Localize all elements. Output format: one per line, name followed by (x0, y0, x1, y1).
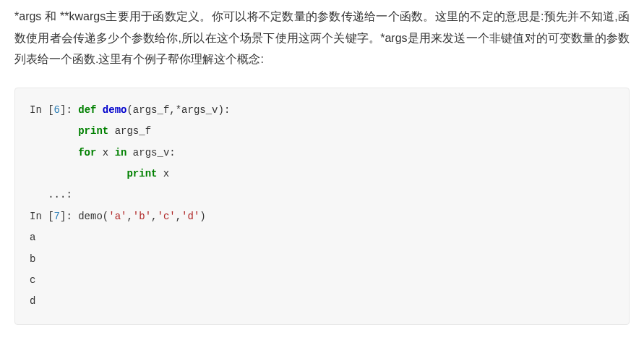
code-line-3: for x in args_v: (30, 143, 614, 164)
keyword-in: in (115, 147, 127, 158)
prompt-in: In [ (30, 104, 54, 116)
keyword-print: print (78, 125, 108, 137)
paren-close: ) (199, 211, 205, 222)
indent (30, 168, 126, 179)
code-line-5: ...: (30, 185, 614, 206)
for-var: x (96, 147, 114, 158)
prompt-close: ]: demo( (60, 211, 108, 222)
prompt-close: ]: (60, 104, 78, 116)
output-line: b (30, 249, 614, 270)
signature: (args_f,*args_v): (126, 104, 230, 116)
description-paragraph: *args 和 **kwargs主要用于函数定义。你可以将不定数量的参数传递给一… (14, 6, 630, 70)
output-line: c (30, 270, 614, 291)
keyword-def: def (78, 104, 96, 116)
string-literal: 'b' (133, 211, 151, 222)
string-literal: 'a' (108, 211, 126, 222)
code-line-2: print args_f (30, 121, 614, 142)
prompt-number: 7 (54, 211, 60, 222)
function-name: demo (103, 104, 127, 116)
string-literal: 'c' (157, 211, 175, 222)
output-line: a (30, 227, 614, 248)
indent (30, 147, 78, 158)
comma: , (126, 211, 132, 222)
for-iter: args_v: (126, 147, 175, 158)
space (96, 104, 102, 116)
print-arg: args_f (108, 125, 151, 137)
print-arg: x (157, 168, 169, 179)
prompt-in: In [ (30, 211, 54, 222)
string-literal: 'd' (181, 211, 199, 222)
keyword-print: print (126, 168, 157, 179)
keyword-for: for (78, 147, 96, 158)
indent (30, 125, 78, 137)
comma: , (176, 211, 181, 222)
code-block: In [6]: def demo(args_f,*args_v): print … (14, 88, 630, 325)
code-line-1: In [6]: def demo(args_f,*args_v): (30, 100, 614, 121)
output-line: d (30, 291, 614, 312)
prompt-number: 6 (54, 104, 60, 116)
code-line-4: print x (30, 164, 614, 185)
code-line-7: In [7]: demo('a','b','c','d') (30, 206, 614, 227)
